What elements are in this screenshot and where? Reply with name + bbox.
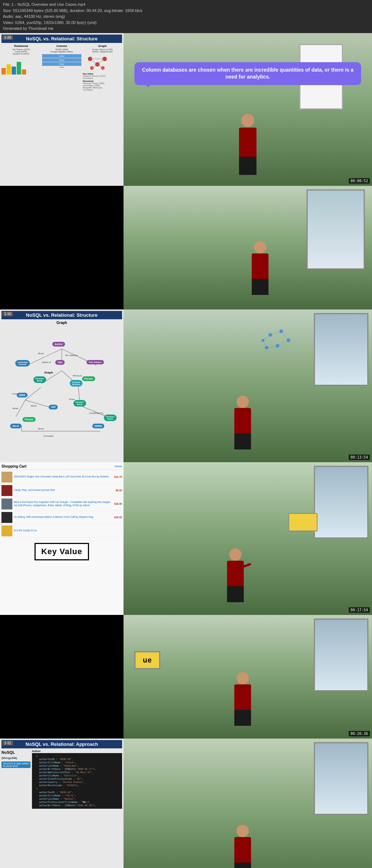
slide-badge-1: 3-88: [2, 35, 13, 40]
svg-text:Be related to: Be related to: [65, 354, 78, 356]
node-author: Author: [52, 342, 65, 347]
node-title: Title: [55, 360, 65, 365]
window-2: [314, 313, 368, 386]
graph-container: Wrote Be related to Appear in Belong to …: [1, 325, 122, 453]
svg-text:Wrote: Wrote: [69, 398, 75, 400]
presenter-bg-3b: ue 00:26:36: [124, 615, 372, 739]
presenter-frame-3: 00:17:54: [124, 462, 372, 615]
legs-1b: [252, 279, 268, 295]
timestamp-3b: 00:26:36: [349, 731, 370, 736]
window-3: [314, 466, 368, 539]
head-4: [236, 825, 249, 837]
relational-col: Relational Set Theory (1870)Codd (1970)S…: [1, 44, 41, 91]
cart-item-4: M & M's Candy 5.4 oz: [1, 524, 122, 538]
svg-line-32: [25, 387, 41, 400]
slide2-content: 3-90 NoSQL vs. Relational: Structure Gra…: [0, 309, 124, 462]
cart-item-name-2: Back to the Future Flux Capacitor USB Ca…: [14, 501, 113, 507]
node-dmw: DMW: [17, 393, 28, 397]
cart-item-img-4: [1, 525, 12, 536]
slide-badge-2: 3-90: [2, 312, 13, 316]
presenter-bg-4: 00:39:28: [124, 739, 372, 868]
presenter-frame-3b: ue 00:26:36: [124, 615, 372, 739]
head-3: [229, 548, 242, 561]
cart-action: Delete: [115, 465, 122, 468]
presenter-bg-2: 00:13:54: [124, 309, 372, 462]
timestamp-3: 00:17:54: [349, 607, 370, 613]
arm-3: [242, 563, 251, 568]
svg-text:Belong to: Belong to: [73, 374, 82, 376]
svg-line-39: [270, 331, 281, 335]
svg-line-40: [281, 331, 288, 340]
slide4-right-panel: Author: { authorTaxID : "4839-02", autho…: [32, 750, 122, 809]
node-product-book-right: ProductBook: [104, 415, 117, 421]
node-person-top: Person: [82, 376, 95, 381]
cart-item-name-3: On Writing: 20th Anniversary Edition: A …: [14, 516, 113, 519]
frame-row-1b: [0, 186, 372, 309]
structure-badge: Structure & data added at same time!: [1, 761, 31, 768]
svg-text:Wrote: Wrote: [12, 407, 19, 409]
blank-frame-3b: [0, 615, 124, 739]
node-product-book-mid: ProductBook: [73, 400, 86, 407]
slide4-content: 3-92 NoSQL vs. Relational: Approach NoSQ…: [0, 739, 124, 868]
speech-bubble-1: Column databases are chosen when there a…: [134, 62, 361, 85]
svg-text:Wrote: Wrote: [38, 352, 44, 355]
filename: File: 1 - NoSQL Overview and Use Cases.m…: [3, 1, 369, 8]
slide-frame-3: Shopping Cart Delete SNICKERS Singles Si…: [0, 462, 124, 615]
body-2: [234, 408, 251, 433]
cart-item-img-3: [1, 512, 12, 523]
cart-item-3: On Writing: 20th Anniversary Edition: A …: [1, 511, 122, 524]
cart-item-0: SNICKERS Singles Size Chocolate Candy Ba…: [1, 471, 122, 484]
graph-svg: [83, 53, 112, 72]
node-product-book-top: ProductBook: [33, 376, 46, 383]
legs-3: [227, 586, 244, 602]
cart-item-price-3: $19.02: [114, 516, 122, 519]
slide-frame-2: 3-90 NoSQL vs. Relational: Structure Gra…: [0, 309, 124, 462]
blank-frame-1: [0, 186, 124, 309]
shopping-cart-slide: Shopping Cart Delete SNICKERS Singles Si…: [0, 462, 124, 615]
presenter-frame-1: Column databases are chosen when there a…: [124, 33, 372, 186]
key-value-wrapper: Key Value: [1, 540, 122, 563]
presenter-figure-3: [227, 548, 244, 602]
presenter-figure-3b: [234, 672, 251, 726]
svg-line-44: [263, 335, 270, 340]
presenter-head-1: [241, 114, 254, 127]
presenter-frame-4: 00:39:28: [124, 739, 372, 868]
legs-2: [234, 433, 251, 449]
svg-text:Contributed To: Contributed To: [89, 412, 104, 414]
svg-text:Wrote: Wrote: [31, 405, 37, 407]
presenter-pants-1: [239, 157, 256, 175]
cart-item-img-0: [1, 472, 12, 483]
window-1b: [307, 189, 365, 269]
svg-line-15: [16, 400, 25, 416]
slide-badge-4: 3-92: [2, 741, 13, 745]
body-1b: [252, 253, 268, 279]
window-3b: [314, 619, 368, 691]
cart-title: Shopping Cart: [1, 464, 27, 468]
presenter-figure-1: [239, 114, 256, 175]
cart-item-img-1: [1, 485, 12, 496]
frame-row-1: 3-88 NoSQL vs. Relational: Structure Rel…: [0, 33, 372, 186]
frame-row-4: 3-92 NoSQL vs. Relational: Approach NoSQ…: [0, 739, 372, 868]
graph-label: Graph: [44, 371, 53, 374]
cart-item-1: Candy: Plop, Get A Novel by Evan Rice $0…: [1, 484, 122, 497]
frame-row-2: 3-90 NoSQL vs. Relational: Structure Gra…: [0, 309, 372, 462]
node-title-subject: Title Subject: [86, 360, 104, 364]
timestamp-1: 00:00:52: [349, 178, 370, 184]
svg-line-43: [263, 340, 267, 348]
cart-item-2: Back to the Future Flux Capacitor USB Ca…: [1, 497, 122, 511]
cart-header: Shopping Cart Delete: [1, 463, 122, 470]
slide-frame-1: 3-88 NoSQL vs. Relational: Structure Rel…: [0, 33, 124, 186]
slide2-subtitle: Graph: [1, 321, 122, 325]
slide-frame-4: 3-92 NoSQL vs. Relational: Approach NoSQ…: [0, 739, 124, 868]
cart-item-price-1: $0.00: [116, 489, 122, 492]
file-video: Video: h264, yuv420p, 1920x1080, 30.00 f…: [3, 20, 369, 26]
column-col: Column TAXIR (1969)Google Bigtable,Hbase…: [42, 44, 81, 91]
svg-line-41: [278, 340, 288, 346]
presenter-frame-1b: [124, 186, 372, 309]
frame-row-3: Shopping Cart Delete SNICKERS Singles Si…: [0, 462, 372, 615]
cart-item-img-2: [1, 499, 12, 509]
legs-4: [234, 863, 251, 868]
cart-item-name-4: M & M's Candy 5.4 oz: [14, 529, 121, 532]
svg-line-5: [90, 59, 97, 64]
svg-text:Appear in: Appear in: [42, 361, 51, 363]
